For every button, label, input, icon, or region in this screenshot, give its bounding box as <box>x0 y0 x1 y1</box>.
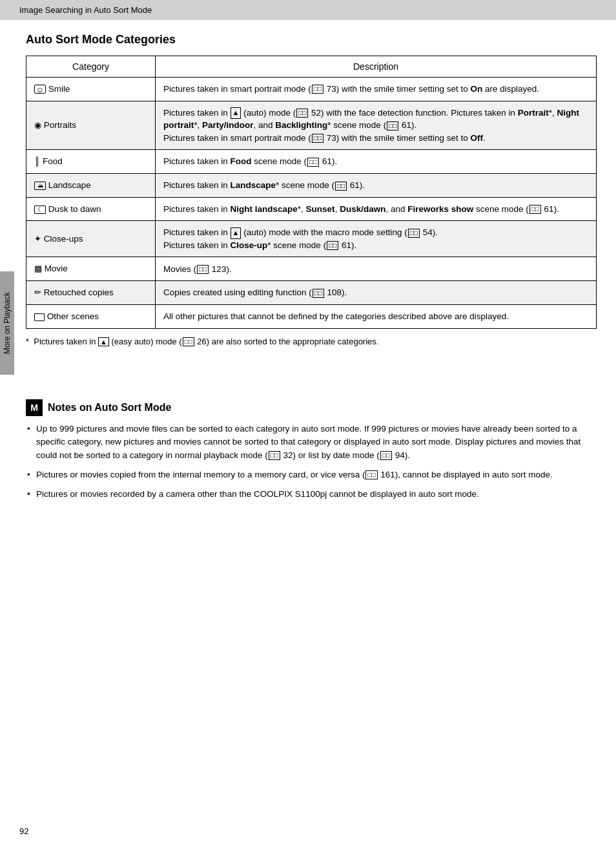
notes-list-item: Up to 999 pictures and movie files can b… <box>26 423 597 462</box>
notes-header: M Notes on Auto Sort Mode <box>26 399 597 416</box>
table-cell-description: Pictures taken in ▲ (auto) mode (□□ 52) … <box>156 101 597 150</box>
table-cell-category: ☺ Smile <box>26 78 156 101</box>
table-cell-category: ⛰ Landscape <box>26 174 156 198</box>
notes-section: M Notes on Auto Sort Mode Up to 999 pict… <box>0 399 616 501</box>
table-cell-description: Pictures taken in Landscape* scene mode … <box>156 174 597 198</box>
table-cell-description: Pictures taken in Food scene mode (□□ 61… <box>156 150 597 174</box>
table-cell-category: ◉ Portraits <box>26 101 156 150</box>
page-number: 92 <box>19 826 28 836</box>
table-cell-category: ▩ Movie <box>26 257 156 281</box>
category-table: Category Description ☺ SmilePictures tak… <box>26 56 597 329</box>
table-cell-description: Pictures taken in Night landscape*, Suns… <box>156 197 597 221</box>
table-cell-category: ☾ Dusk to dawn <box>26 197 156 221</box>
notes-icon: M <box>26 399 43 416</box>
page-header: Image Searching in Auto Sort Mode <box>0 0 616 20</box>
table-cell-description: Pictures taken in smart portrait mode (□… <box>156 78 597 101</box>
main-content: Auto Sort Mode Categories Category Descr… <box>0 20 616 361</box>
table-cell-description: Copies created using editing function (□… <box>156 281 597 305</box>
col-description: Description <box>156 56 597 78</box>
table-cell-category: Other scenes <box>26 305 156 329</box>
sidebar-label: More on Playback <box>3 292 12 354</box>
footnote: * Pictures taken in ▲ (easy auto) mode (… <box>26 335 597 348</box>
table-cell-category: ✏ Retouched copies <box>26 281 156 305</box>
table-cell-description: All other pictures that cannot be define… <box>156 305 597 329</box>
page-header-title: Image Searching in Auto Sort Mode <box>19 5 152 15</box>
table-cell-description: Pictures taken in ▲ (auto) mode with the… <box>156 221 597 257</box>
table-cell-category: ✦ Close-ups <box>26 221 156 257</box>
notes-title: Notes on Auto Sort Mode <box>48 402 171 414</box>
notes-list: Up to 999 pictures and movie files can b… <box>26 423 597 501</box>
footnote-text: * Pictures taken in ▲ (easy auto) mode (… <box>26 337 378 346</box>
section-title: Auto Sort Mode Categories <box>26 33 597 47</box>
sidebar-tab: More on Playback <box>0 271 14 375</box>
notes-list-item: Pictures or movies copied from the inter… <box>26 468 597 481</box>
notes-list-item: Pictures or movies recorded by a camera … <box>26 488 597 501</box>
table-cell-description: Movies (□□ 123). <box>156 257 597 281</box>
table-cell-category: ║ Food <box>26 150 156 174</box>
col-category: Category <box>26 56 156 78</box>
